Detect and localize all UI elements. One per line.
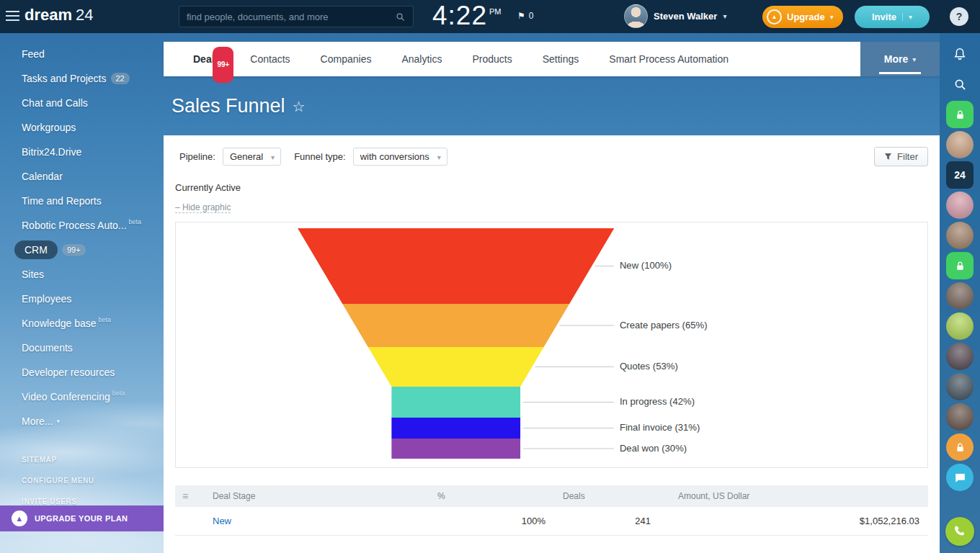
flag-counter[interactable]: ⚑ 0 (517, 11, 533, 21)
upgrade-your-plan-button[interactable]: ▲ UPGRADE YOUR PLAN (0, 505, 164, 531)
funnel-stage-label: Create papers (65%) (620, 320, 708, 331)
funnel-type-select[interactable]: with conversions (353, 148, 447, 166)
tab-deals[interactable]: Deals99+ (178, 42, 235, 76)
sidebar-item-developer-resources[interactable]: Developer resources (0, 360, 164, 385)
lock-icon[interactable] (946, 252, 974, 279)
phone-icon[interactable] (945, 517, 974, 546)
lock-icon[interactable] (946, 101, 974, 128)
sidebar-item-tasks-and-projects[interactable]: Tasks and Projects22 (0, 66, 164, 91)
sidebar-item-label: Tasks and Projects (22, 73, 107, 84)
tab-companies[interactable]: Companies (306, 42, 387, 76)
tab-smart-process-automation[interactable]: Smart Process Automation (594, 42, 744, 76)
sidebar-footer-link-configure-menu[interactable]: CONFIGURE MENU (0, 470, 164, 491)
chat-icon[interactable] (946, 464, 974, 491)
search-icon[interactable] (395, 12, 406, 22)
logo-text: dream (24, 6, 72, 24)
sidebar-item-time-and-reports[interactable]: Time and Reports (0, 189, 164, 213)
column-header-deals[interactable]: Deals (550, 491, 658, 501)
funnel-card: New (100%)Create papers (65%)Quotes (53%… (175, 222, 928, 468)
sidebar-item-label: Workgroups (22, 122, 76, 133)
right-rail: 24 (940, 33, 980, 553)
deal-stage-link[interactable]: New (201, 516, 432, 526)
chevron-down-icon: ▾ (912, 55, 916, 63)
user-menu[interactable]: Steven Walker ▾ (624, 4, 726, 28)
notifications-bell-icon[interactable] (946, 40, 974, 68)
table-settings-icon[interactable]: ≡ (175, 490, 201, 502)
tab-label: Contacts (250, 53, 290, 65)
sidebar-footer-link-sitemap[interactable]: SITEMAP (0, 449, 164, 470)
rocket-icon: ▲ (767, 9, 782, 24)
sidebar-item-documents[interactable]: Documents (0, 336, 164, 360)
chevron-down-icon: ▾ (723, 12, 726, 20)
rocket-icon: ▲ (12, 511, 27, 526)
search-icon[interactable] (946, 71, 974, 98)
sidebar-item-label: Bitrix24.Drive (22, 146, 81, 158)
tab-products[interactable]: Products (457, 42, 527, 76)
sidebar-item-sites[interactable]: Sites (0, 262, 164, 287)
sidebar-item-label: Employees (22, 293, 71, 305)
avatar[interactable] (946, 282, 974, 310)
sidebar-item-video-conferencing[interactable]: Video Conferencingbeta (0, 385, 164, 409)
avatar[interactable] (946, 373, 974, 400)
pipeline-value: General (230, 151, 263, 162)
sidebar-item-label: Robotic Process Auto... (22, 220, 127, 231)
tab-analytics[interactable]: Analytics (386, 42, 457, 76)
avatar[interactable] (946, 192, 974, 219)
sidebar-item-chat-and-calls[interactable]: Chat and Calls (0, 91, 164, 115)
tab-settings[interactable]: Settings (527, 42, 594, 76)
avatar[interactable] (946, 343, 974, 370)
chevron-down-icon: ▾ (830, 13, 834, 21)
column-header-amount-us-dollar[interactable]: Amount, US Dollar (658, 491, 928, 501)
tab-contacts[interactable]: Contacts (235, 42, 305, 76)
upgrade-plan-label: UPGRADE YOUR PLAN (35, 514, 128, 523)
help-label: ? (956, 11, 963, 22)
filter-toolbar: Pipeline: General Funnel type: with conv… (175, 147, 928, 166)
funnel-status-label: Currently Active (175, 182, 928, 193)
avatar[interactable] (946, 222, 974, 249)
avatar[interactable] (946, 313, 974, 340)
sidebar-item-knowledge-base[interactable]: Knowledge basebeta (0, 311, 164, 336)
row-amount: $1,052,216.03 (658, 516, 928, 526)
filter-button[interactable]: Filter (874, 147, 928, 166)
funnel-stage-label: In progress (42%) (620, 397, 695, 408)
bitrix24-badge[interactable]: 24 (946, 161, 974, 189)
avatar (624, 4, 648, 28)
sidebar-item-label: Knowledge base (22, 318, 97, 329)
logo-number: 24 (76, 6, 93, 24)
sidebar-item-label: CRM (14, 240, 58, 259)
hide-graphic-link[interactable]: – Hide graphic (175, 202, 231, 213)
sidebar-item-crm[interactable]: CRM99+ (0, 238, 164, 262)
search-input[interactable] (187, 12, 395, 22)
lock-icon[interactable] (946, 433, 974, 461)
clock[interactable]: 4:22PM (432, 1, 502, 31)
sidebar-item-feed[interactable]: Feed (0, 42, 164, 66)
column-header-[interactable]: % (432, 491, 550, 501)
avatar[interactable] (946, 131, 974, 158)
tab-more[interactable]: More ▾ (860, 42, 940, 76)
row-deals: 241 (550, 516, 658, 526)
favorite-star-icon[interactable]: ☆ (293, 98, 306, 115)
sidebar-item-employees[interactable]: Employees (0, 287, 164, 311)
column-header-deal-stage[interactable]: Deal Stage (201, 491, 432, 501)
beta-tag: beta (112, 390, 125, 397)
sidebar-item-robotic-process-auto[interactable]: Robotic Process Auto...beta (0, 213, 164, 238)
pipeline-select[interactable]: General (223, 148, 281, 166)
app-logo[interactable]: dream24 (24, 6, 94, 24)
avatar[interactable] (946, 403, 974, 431)
upgrade-button[interactable]: ▲ Upgrade ▾ (762, 6, 843, 28)
upgrade-label: Upgrade (787, 12, 825, 22)
filter-funnel-icon (884, 153, 892, 161)
help-button[interactable]: ? (950, 7, 968, 26)
flag-count: 0 (529, 11, 534, 21)
menu-icon[interactable] (6, 11, 19, 24)
global-search (179, 6, 414, 27)
beta-tag: beta (99, 316, 112, 323)
sidebar-item-calendar[interactable]: Calendar (0, 164, 164, 189)
sidebar-item-workgroups[interactable]: Workgroups (0, 115, 164, 140)
invite-button[interactable]: Invite ▾ (855, 6, 930, 28)
funnel-segment-deal-won (391, 439, 520, 459)
tab-label: Smart Process Automation (609, 53, 729, 65)
sidebar-item-more[interactable]: More...▾ (0, 409, 164, 433)
page-header: Sales Funnel ☆ (172, 95, 306, 117)
sidebar-item-bitrix24-drive[interactable]: Bitrix24.Drive (0, 140, 164, 164)
